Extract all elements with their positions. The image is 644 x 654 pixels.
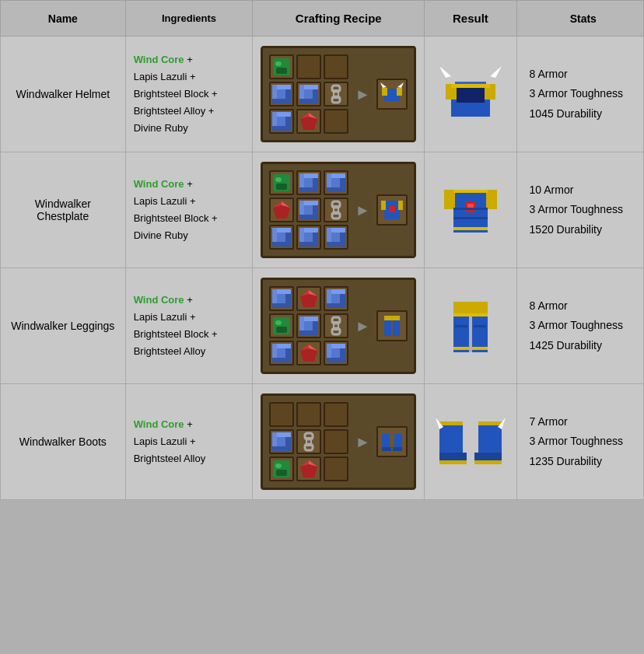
- recipe-result-cell: [376, 79, 408, 110]
- svg-rect-80: [389, 206, 395, 212]
- svg-rect-11: [313, 89, 318, 103]
- svg-rect-7: [272, 99, 285, 103]
- svg-rect-130: [453, 302, 488, 313]
- svg-rect-19: [285, 117, 291, 131]
- svg-rect-50: [327, 187, 340, 192]
- grid-cell: [296, 225, 321, 250]
- svg-rect-131: [453, 313, 469, 352]
- item-ingredients: Wind Core +Lapis Lazuli +Brightsteel Blo…: [125, 37, 253, 152]
- svg-rect-35: [457, 87, 485, 103]
- grid-cell: [324, 54, 348, 79]
- grid-cell: [324, 198, 348, 222]
- crafting-arrow: ►: [355, 317, 370, 335]
- svg-rect-149: [276, 470, 287, 476]
- svg-rect-160: [439, 460, 467, 464]
- grid-cell: [296, 109, 321, 134]
- svg-rect-70: [313, 233, 318, 247]
- wind-core-label: Wind Core: [134, 178, 184, 190]
- wind-core-label: Wind Core: [134, 54, 184, 65]
- grid-cell: [296, 54, 321, 79]
- svg-rect-66: [272, 242, 285, 247]
- svg-rect-58: [299, 215, 313, 219]
- svg-rect-136: [472, 347, 488, 350]
- svg-rect-49: [340, 178, 345, 192]
- recipe-result-cell: [376, 194, 408, 226]
- item-result-image: [425, 37, 516, 152]
- grid-cell: [296, 341, 321, 365]
- crafting-grid: ►: [261, 162, 416, 258]
- recipe-result-cell: [376, 426, 408, 457]
- svg-marker-152: [300, 464, 317, 477]
- grid-cell: [296, 286, 321, 311]
- crafting-arrow: ►: [355, 201, 370, 219]
- header-stats: Stats: [516, 1, 643, 37]
- svg-rect-127: [384, 316, 400, 320]
- table-row: Windwalker LeggingsWind Core +Lapis Lazu…: [1, 268, 644, 384]
- svg-marker-33: [439, 66, 451, 78]
- svg-rect-6: [285, 89, 291, 103]
- svg-rect-128: [384, 320, 391, 336]
- svg-rect-138: [474, 325, 486, 327]
- grid-cell: [296, 82, 321, 107]
- svg-marker-34: [490, 66, 502, 78]
- grid-cell: [269, 54, 294, 79]
- crafting-grid: ►: [261, 278, 416, 374]
- wind-core-label: Wind Core: [134, 294, 184, 306]
- header-ingredients: Ingredients: [125, 1, 253, 37]
- svg-rect-143: [272, 446, 285, 451]
- grid-cell: [296, 429, 321, 454]
- svg-rect-117: [285, 348, 291, 362]
- svg-rect-109: [313, 321, 318, 335]
- svg-rect-44: [313, 178, 318, 192]
- svg-rect-134: [453, 313, 488, 317]
- header-name: Name: [1, 1, 126, 37]
- grid-cell: [296, 402, 321, 427]
- svg-rect-87: [453, 227, 488, 230]
- wind-core-label: Wind Core: [134, 418, 184, 430]
- grid-cell: [296, 456, 321, 481]
- svg-rect-129: [393, 320, 400, 336]
- svg-marker-97: [300, 294, 317, 307]
- svg-rect-159: [439, 421, 463, 425]
- grid-cell: [269, 198, 294, 222]
- item-result-image: [425, 384, 516, 500]
- item-ingredients: Wind Core +Lapis Lazuli +Brightsteel Blo…: [125, 152, 253, 268]
- svg-marker-27: [380, 82, 387, 88]
- crafting-recipe-cell: ►: [253, 37, 425, 152]
- svg-rect-2: [276, 68, 287, 74]
- item-stats: 8 Armor3 Armor Toughness1045 Durability: [516, 37, 643, 152]
- svg-rect-94: [272, 303, 285, 308]
- grid-cell: [269, 341, 294, 365]
- svg-rect-37: [442, 70, 444, 72]
- grid-cell: [324, 429, 348, 454]
- svg-rect-137: [455, 325, 467, 327]
- crafting-grid-section: [269, 286, 348, 365]
- svg-rect-93: [285, 294, 291, 308]
- grid-cell: [324, 225, 348, 250]
- svg-rect-156: [393, 447, 402, 451]
- svg-rect-163: [478, 421, 502, 425]
- crafting-grid-section: [269, 54, 348, 134]
- crafting-grid-section: [269, 170, 348, 250]
- crafting-recipe-cell: ►: [253, 268, 425, 384]
- svg-rect-12: [299, 99, 313, 103]
- grid-cell: [324, 82, 348, 107]
- table-row: Windwalker HelmetWind Core +Lapis Lazuli…: [1, 37, 644, 152]
- svg-marker-28: [397, 82, 404, 88]
- grid-cell: [269, 225, 294, 250]
- item-name: Windwalker Helmet: [1, 37, 126, 152]
- svg-rect-86: [453, 190, 488, 193]
- crafting-grid: ►: [261, 46, 416, 142]
- grid-cell: [269, 170, 294, 195]
- grid-cell: [324, 109, 348, 134]
- grid-cell: [324, 341, 348, 365]
- svg-rect-40: [276, 184, 287, 190]
- grid-cell: [269, 429, 294, 454]
- svg-rect-25: [382, 88, 387, 96]
- grid-cell: [269, 82, 294, 107]
- item-name: Windwalker Chestplate: [1, 152, 126, 268]
- crafting-arrow: ►: [355, 433, 370, 451]
- svg-rect-89: [453, 217, 488, 219]
- item-ingredients: Wind Core +Lapis Lazuli +Brightsteel All…: [125, 384, 253, 500]
- header-result: Result: [425, 1, 516, 37]
